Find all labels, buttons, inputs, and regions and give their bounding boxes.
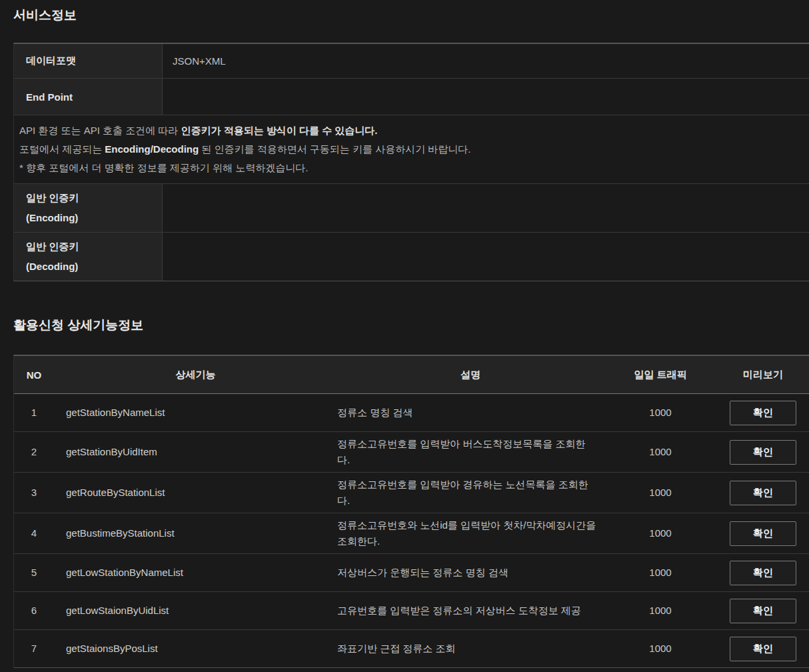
function-description: 좌표기반 근접 정류소 조회: [337, 630, 604, 667]
table-row: 3 getRouteByStationList 정류소고유번호를 입력받아 경유…: [14, 472, 809, 513]
preview-cell: 확인: [717, 473, 809, 513]
table-row: 4 getBustimeByStationList 정류소고유번호와 노선id를…: [14, 513, 809, 553]
preview-cell: 확인: [717, 630, 809, 667]
auth-key-encoding-value: [163, 184, 809, 232]
preview-cell: 확인: [717, 394, 809, 431]
function-name: getLowStaionByUidList: [54, 592, 337, 629]
auth-key-notice-row: API 환경 또는 API 호출 조건에 따라 인증키가 적용되는 방식이 다를…: [14, 115, 809, 183]
preview-cell: 확인: [717, 432, 809, 472]
function-name: getStationByNameList: [54, 394, 337, 431]
daily-traffic: 1000: [604, 394, 717, 431]
row-number: 6: [14, 592, 54, 629]
row-number: 1: [14, 394, 54, 431]
daily-traffic: 1000: [604, 630, 717, 667]
notice-line-2: 포털에서 제공되는 Encoding/Decoding 된 인증키를 적용하면서…: [19, 140, 802, 159]
function-description: 정류소고유번호를 입력받아 버스도착정보목록을 조회한다.: [337, 432, 604, 472]
preview-cell: 확인: [717, 554, 809, 591]
auth-key-decoding-value: [163, 233, 809, 281]
functions-table-header: NO 상세기능 설명 일일 트래픽 미리보기: [14, 356, 809, 394]
table-row: 7 getStaionsByPosList 좌표기반 근접 정류소 조회 100…: [14, 629, 809, 667]
row-number: 3: [14, 473, 54, 513]
daily-traffic: 1000: [604, 473, 717, 513]
preview-cell: 확인: [717, 592, 809, 629]
function-description: 정류소 명칭 검색: [337, 394, 604, 431]
auth-key-encoding-row: 일반 인증키 (Encoding): [14, 183, 809, 232]
functions-section-title: 활용신청 상세기능정보: [13, 310, 809, 333]
end-point-value: [163, 79, 809, 115]
functions-table-body: 1 getStationByNameList 정류소 명칭 검색 1000 확인…: [14, 394, 809, 667]
notice-line-1: API 환경 또는 API 호출 조건에 따라 인증키가 적용되는 방식이 다를…: [19, 121, 802, 140]
daily-traffic: 1000: [604, 432, 717, 472]
data-format-value: JSON+XML: [163, 44, 809, 78]
function-name: getBustimeByStationList: [54, 513, 337, 553]
data-format-label: 데이터포맷: [14, 44, 163, 78]
column-header-preview: 미리보기: [717, 356, 809, 393]
confirm-button[interactable]: 확인: [730, 521, 796, 546]
column-header-name: 상세기능: [54, 356, 337, 393]
service-info-table: 데이터포맷 JSON+XML End Point API 환경 또는 API 호…: [13, 43, 809, 281]
confirm-button[interactable]: 확인: [730, 561, 796, 585]
daily-traffic: 1000: [604, 554, 717, 591]
end-point-label: End Point: [14, 79, 163, 115]
confirm-button[interactable]: 확인: [730, 481, 796, 505]
functions-table: NO 상세기능 설명 일일 트래픽 미리보기 1 getStationByNam…: [13, 355, 809, 668]
column-header-traffic: 일일 트래픽: [604, 356, 717, 393]
table-row: 2 getStationByUidItem 정류소고유번호를 입력받아 버스도착…: [14, 431, 809, 472]
function-description: 정류소고유번호를 입력받아 경유하는 노선목록을 조회한다.: [337, 473, 604, 513]
function-name: getStationByUidItem: [54, 432, 337, 472]
row-number: 5: [14, 554, 54, 591]
table-row: 5 getLowStationByNameList 저상버스가 운행되는 정류소…: [14, 553, 809, 591]
service-info-title: 서비스정보: [13, 0, 809, 23]
notice-line-3: * 향후 포털에서 더 명확한 정보를 제공하기 위해 노력하겠습니다.: [19, 159, 802, 177]
table-row: 1 getStationByNameList 정류소 명칭 검색 1000 확인: [14, 394, 809, 431]
function-description: 정류소고유번호와 노선id를 입력받아 첫차/막차예정시간을 조회한다.: [337, 513, 604, 553]
end-point-row: End Point: [14, 78, 809, 115]
column-header-no: NO: [14, 356, 54, 393]
daily-traffic: 1000: [604, 513, 717, 553]
row-number: 2: [14, 432, 54, 472]
auth-key-decoding-label: 일반 인증키 (Decoding): [14, 233, 163, 281]
confirm-button[interactable]: 확인: [730, 440, 796, 465]
row-number: 7: [14, 630, 54, 667]
function-name: getLowStationByNameList: [54, 554, 337, 591]
function-description: 고유번호를 입력받은 정류소의 저상버스 도착정보 제공: [337, 592, 604, 629]
preview-cell: 확인: [717, 513, 809, 553]
confirm-button[interactable]: 확인: [730, 401, 796, 425]
confirm-button[interactable]: 확인: [730, 637, 796, 661]
function-description: 저상버스가 운행되는 정류소 명칭 검색: [337, 554, 604, 591]
daily-traffic: 1000: [604, 592, 717, 629]
table-row: 6 getLowStaionByUidList 고유번호를 입력받은 정류소의 …: [14, 591, 809, 629]
page: 서비스정보 데이터포맷 JSON+XML End Point API 환경 또는…: [0, 0, 809, 668]
auth-key-encoding-label: 일반 인증키 (Encoding): [14, 184, 163, 232]
auth-key-decoding-row: 일반 인증키 (Decoding): [14, 232, 809, 281]
confirm-button[interactable]: 확인: [730, 599, 796, 623]
function-name: getStaionsByPosList: [54, 630, 337, 667]
function-name: getRouteByStationList: [54, 473, 337, 513]
row-number: 4: [14, 513, 54, 553]
auth-key-notice: API 환경 또는 API 호출 조건에 따라 인증키가 적용되는 방식이 다를…: [14, 115, 809, 183]
column-header-desc: 설명: [337, 356, 604, 393]
data-format-row: 데이터포맷 JSON+XML: [14, 44, 809, 78]
